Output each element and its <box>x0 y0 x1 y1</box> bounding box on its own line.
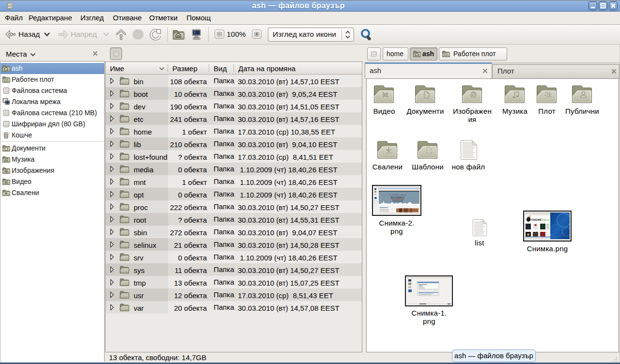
svg-text:GNOME: GNOME <box>531 218 542 221</box>
svg-text:GUADEC: GUADEC <box>390 196 404 199</box>
svg-text:Store: Store <box>542 218 549 221</box>
